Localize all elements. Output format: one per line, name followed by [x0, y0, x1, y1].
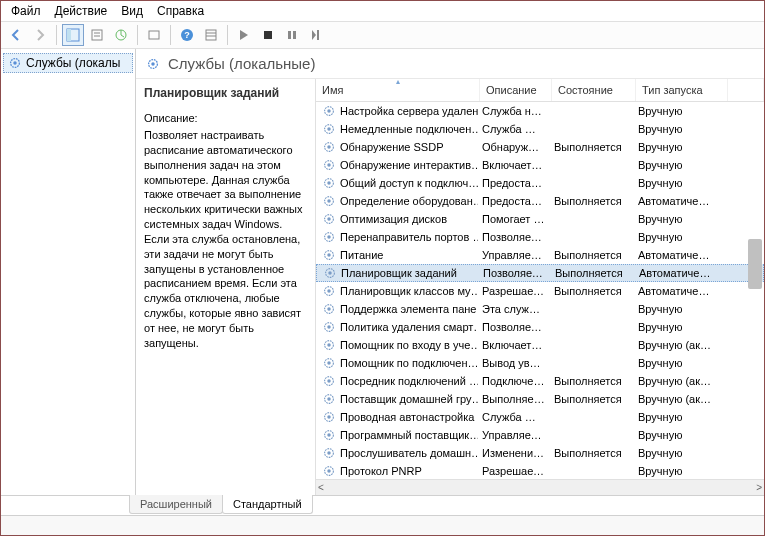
cell-startup: Вручную: [634, 357, 726, 369]
table-row[interactable]: ПитаниеУправляе…ВыполняетсяАвтоматиче…: [316, 246, 764, 264]
table-row[interactable]: Определение оборудован…Предоста…Выполняе…: [316, 192, 764, 210]
service-icon: [322, 446, 336, 460]
svg-point-51: [327, 379, 331, 383]
table-row[interactable]: Планировщик классов му…Разрешает…Выполня…: [316, 282, 764, 300]
menu-help[interactable]: Справка: [157, 4, 204, 18]
cell-description: Обнаруж…: [478, 141, 550, 153]
cell-startup: Вручную: [634, 159, 726, 171]
cell-name: Питание: [318, 248, 478, 262]
vertical-scrollbar-thumb[interactable]: [748, 239, 762, 289]
cell-name: Поддержка элемента пане…: [318, 302, 478, 316]
restart-service-button[interactable]: [305, 24, 327, 46]
svg-text:?: ?: [184, 30, 190, 40]
detail-description: Позволяет настраивать расписание автомат…: [144, 128, 307, 351]
cell-description: Управляет…: [478, 429, 550, 441]
table-row[interactable]: Обнаружение SSDPОбнаруж…ВыполняетсяВручн…: [316, 138, 764, 156]
cell-name: Политика удаления смарт…: [318, 320, 478, 334]
view-tabs: Расширенный Стандартный: [1, 495, 764, 515]
table-row[interactable]: Программный поставщик…Управляет…Вручную: [316, 426, 764, 444]
start-service-button[interactable]: [233, 24, 255, 46]
table-row[interactable]: Настройка сервера удален…Служба на…Вручн…: [316, 102, 764, 120]
table-row[interactable]: Помощник по подключен…Вывод уве…Вручную: [316, 354, 764, 372]
cell-description: Предоста…: [478, 195, 550, 207]
table-row[interactable]: Проводная автонастройкаСлужба W…Вручную: [316, 408, 764, 426]
column-spacer: [728, 79, 764, 101]
cell-name: Помощник по входу в уче…: [318, 338, 478, 352]
table-row[interactable]: Планировщик заданийПозволяет…Выполняется…: [316, 264, 764, 282]
svg-point-45: [327, 325, 331, 329]
pause-service-button[interactable]: [281, 24, 303, 46]
svg-rect-6: [149, 31, 159, 39]
export-list-button[interactable]: [110, 24, 132, 46]
tab-standard[interactable]: Стандартный: [222, 495, 313, 514]
table-row[interactable]: Посредник подключений …Подключе…Выполняе…: [316, 372, 764, 390]
properties-button[interactable]: [86, 24, 108, 46]
forward-button[interactable]: [29, 24, 51, 46]
columns-button[interactable]: [200, 24, 222, 46]
cell-name: Немедленные подключен…: [318, 122, 478, 136]
svg-rect-1: [67, 29, 71, 41]
table-row[interactable]: Политика удаления смарт…Позволяет…Вручну…: [316, 318, 764, 336]
cell-startup: Автоматиче…: [634, 249, 726, 261]
menu-file[interactable]: Файл: [11, 4, 41, 18]
cell-startup: Вручную: [634, 447, 726, 459]
svg-rect-12: [264, 31, 272, 39]
service-icon: [322, 140, 336, 154]
service-icon: [323, 266, 337, 280]
help-button[interactable]: ?: [176, 24, 198, 46]
cell-startup: Вручную: [634, 213, 726, 225]
table-row[interactable]: Оптимизация дисковПомогает …Вручную: [316, 210, 764, 228]
cell-name: Протокол PNRP: [318, 464, 478, 478]
cell-description: Позволяет…: [478, 321, 550, 333]
cell-description: Подключе…: [478, 375, 550, 387]
table-row[interactable]: Немедленные подключен…Служба W…Вручную: [316, 120, 764, 138]
table-row[interactable]: Прослушиватель домашн…Изменени…Выполняет…: [316, 444, 764, 462]
panel-header: Службы (локальные): [136, 49, 764, 79]
cell-state: Выполняется: [550, 447, 634, 459]
tree-item-services[interactable]: Службы (локалы: [3, 53, 133, 73]
svg-point-29: [327, 181, 331, 185]
service-icon: [322, 176, 336, 190]
detail-desc-label: Описание:: [144, 111, 307, 126]
cell-name: Перенаправитель портов …: [318, 230, 478, 244]
table-header: Имя Описание Состояние Тип запуска: [316, 79, 764, 102]
back-button[interactable]: [5, 24, 27, 46]
table-row[interactable]: Поставщик домашней гру…Выполняе…Выполняе…: [316, 390, 764, 408]
table-row[interactable]: Обнаружение интерактив…Включает…Вручную: [316, 156, 764, 174]
table-row[interactable]: Помощник по входу в уче…Включает…Вручную…: [316, 336, 764, 354]
cell-description: Предоста…: [478, 177, 550, 189]
svg-point-17: [13, 61, 17, 65]
column-name[interactable]: Имя: [316, 79, 480, 101]
show-hide-console-tree-button[interactable]: [62, 24, 84, 46]
stop-service-button[interactable]: [257, 24, 279, 46]
cell-state: Выполняется: [550, 195, 634, 207]
column-state[interactable]: Состояние: [552, 79, 636, 101]
menubar: Файл Действие Вид Справка: [1, 1, 764, 21]
svg-point-37: [327, 253, 331, 257]
service-icon: [322, 158, 336, 172]
service-icon: [322, 284, 336, 298]
table-row[interactable]: Общий доступ к подключ…Предоста…Вручную: [316, 174, 764, 192]
cell-name: Посредник подключений …: [318, 374, 478, 388]
menu-view[interactable]: Вид: [121, 4, 143, 18]
cell-description: Эта служб…: [478, 303, 550, 315]
table-body[interactable]: Настройка сервера удален…Служба на…Вручн…: [316, 102, 764, 479]
cell-startup: Автоматиче…: [634, 195, 726, 207]
horizontal-scrollbar[interactable]: <>: [316, 479, 764, 495]
table-row[interactable]: Поддержка элемента пане…Эта служб…Вручну…: [316, 300, 764, 318]
tree-item-label: Службы (локалы: [26, 56, 120, 70]
tab-extended[interactable]: Расширенный: [129, 495, 223, 514]
table-row[interactable]: Протокол PNRPРазрешает…Вручную: [316, 462, 764, 479]
service-icon: [322, 122, 336, 136]
cell-name: Оптимизация дисков: [318, 212, 478, 226]
table-row[interactable]: Перенаправитель портов …Позволяет…Вручну…: [316, 228, 764, 246]
refresh-button[interactable]: [143, 24, 165, 46]
column-startup[interactable]: Тип запуска: [636, 79, 728, 101]
service-icon: [322, 302, 336, 316]
detail-pane: Планировщик заданий Описание: Позволяет …: [136, 79, 316, 495]
cell-startup: Вручную: [634, 303, 726, 315]
svg-point-49: [327, 361, 331, 365]
column-description[interactable]: Описание: [480, 79, 552, 101]
menu-action[interactable]: Действие: [55, 4, 108, 18]
svg-point-59: [327, 451, 331, 455]
